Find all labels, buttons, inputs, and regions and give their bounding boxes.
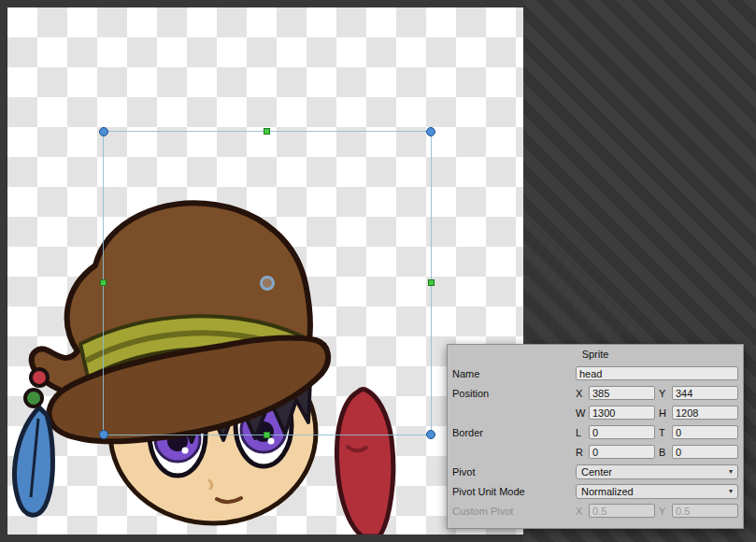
position-h-input[interactable] [672, 406, 738, 420]
resize-handle-bottom-right[interactable] [426, 430, 435, 439]
bead-green [25, 390, 42, 406]
resize-handle-left[interactable] [100, 279, 107, 286]
border-row-rb: R B [448, 442, 743, 462]
position-w-prefix: W [576, 407, 586, 419]
chevron-down-icon: ▾ [729, 488, 733, 495]
border-r-input[interactable] [589, 445, 655, 459]
name-label: Name [452, 368, 576, 379]
position-x-input[interactable] [589, 386, 655, 400]
pivot-dropdown-value: Center [581, 466, 612, 478]
position-label: Position [452, 388, 576, 399]
pivot-label: Pivot [452, 466, 576, 478]
sprite-rect-selection[interactable] [103, 131, 432, 435]
pivot-unit-mode-value: Normalized [581, 486, 634, 497]
sprite-editor-window: Sprite Name Position X Y [0, 0, 756, 542]
custom-pivot-y-prefix: Y [659, 506, 669, 517]
resize-handle-bottom[interactable] [264, 432, 270, 438]
panel-title: Sprite [448, 345, 743, 364]
pivot-unit-mode-label: Pivot Unit Mode [452, 486, 576, 497]
border-b-prefix: B [659, 447, 669, 458]
pivot-unit-mode-row: Pivot Unit Mode Normalized ▾ [448, 481, 743, 501]
border-t-input[interactable] [672, 425, 738, 439]
custom-pivot-row: Custom Pivot X Y [448, 501, 743, 521]
position-row-wh: W H [448, 403, 743, 422]
bead-red [31, 369, 48, 386]
resize-handle-right[interactable] [428, 279, 435, 286]
position-y-input[interactable] [672, 386, 738, 400]
border-t-prefix: T [659, 427, 669, 438]
position-h-prefix: H [659, 407, 669, 419]
name-row: Name [448, 364, 743, 383]
pivot-handle[interactable] [260, 276, 275, 291]
border-r-prefix: R [576, 447, 586, 458]
pivot-row: Pivot Center ▾ [448, 462, 743, 481]
resize-handle-top-left[interactable] [99, 127, 108, 136]
custom-pivot-x-prefix: X [576, 506, 586, 517]
border-l-prefix: L [576, 427, 586, 438]
custom-pivot-x-input [589, 504, 655, 518]
position-row-xy: Position X Y [448, 383, 743, 403]
border-row-lt: Border L T [448, 422, 743, 442]
position-y-prefix: Y [659, 388, 669, 399]
border-l-input[interactable] [589, 425, 655, 439]
sprite-inspector-panel: Sprite Name Position X Y [447, 344, 744, 529]
name-input[interactable] [576, 366, 738, 380]
pivot-unit-mode-dropdown[interactable]: Normalized ▾ [576, 484, 738, 499]
pivot-dropdown[interactable]: Center ▾ [576, 464, 738, 479]
chevron-down-icon: ▾ [729, 468, 733, 476]
custom-pivot-y-input [672, 504, 738, 518]
resize-handle-bottom-left[interactable] [99, 430, 108, 439]
border-b-input[interactable] [672, 445, 738, 459]
border-label: Border [452, 427, 576, 438]
position-x-prefix: X [576, 388, 586, 399]
custom-pivot-label: Custom Pivot [452, 506, 576, 517]
position-w-input[interactable] [589, 406, 655, 420]
resize-handle-top[interactable] [264, 128, 270, 135]
resize-handle-top-right[interactable] [426, 127, 435, 136]
